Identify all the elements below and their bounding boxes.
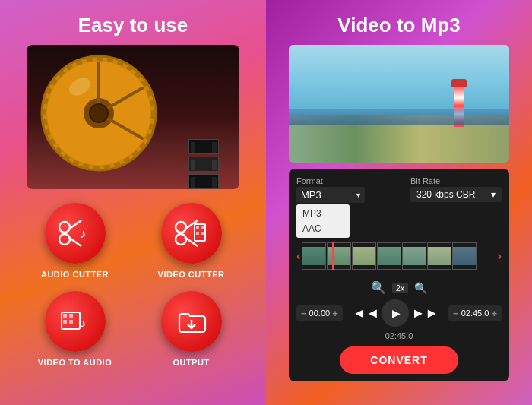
video-cutter-label: VIDEO CUTTER (158, 270, 225, 279)
end-time-plus-button[interactable]: + (491, 308, 497, 319)
start-time-control: − 00:00 + (296, 305, 343, 321)
format-chevron-icon: ▾ (356, 191, 360, 199)
timeline-frame-5 (402, 242, 426, 270)
timeline-row: ‹ 0:24 › (296, 242, 502, 270)
video-cutter-icon (175, 218, 208, 248)
svg-point-9 (59, 234, 70, 245)
output-icon (175, 306, 208, 337)
format-options-list: MP3 AAC (296, 204, 350, 238)
bitrate-value: 320 kbps CBR (416, 189, 475, 200)
bitrate-select[interactable]: 320 kbps CBR ▾ (410, 187, 502, 202)
timeline-right-arrow-icon[interactable]: › (498, 249, 502, 263)
svg-rect-3 (97, 62, 100, 104)
output-button[interactable]: OUTPUT (139, 291, 243, 367)
film-reel-svg (38, 52, 160, 174)
timeline-left-arrow-icon[interactable]: ‹ (296, 249, 300, 263)
format-section: Format MP3 ▾ MP3 AAC (296, 176, 365, 238)
film-reel-illustration (27, 45, 239, 189)
zoom-value: 2x (392, 283, 409, 293)
total-time: 02:45.0 (296, 331, 502, 340)
converter-panel: Format MP3 ▾ MP3 AAC Bit Rate 320 kbps (289, 169, 509, 381)
format-value: MP3 (301, 189, 321, 201)
svg-rect-26 (63, 320, 67, 324)
timeline-frame-6 (427, 242, 451, 270)
convert-button[interactable]: CONVERT (340, 346, 458, 374)
format-option-mp3[interactable]: MP3 (296, 206, 350, 221)
timeline-frame-3 (352, 242, 376, 270)
right-title: Video to Mp3 (337, 14, 460, 37)
audio-cutter-icon-circle: ♪ (45, 203, 106, 264)
end-time-minus-button[interactable]: − (453, 308, 459, 319)
svg-rect-22 (201, 232, 204, 235)
svg-rect-24 (63, 314, 67, 318)
bitrate-chevron-icon: ▾ (491, 189, 496, 200)
timeline-frame-2 (327, 242, 351, 270)
bitrate-section: Bit Rate 320 kbps CBR ▾ (410, 176, 502, 202)
zoom-out-icon[interactable]: 🔍 (414, 282, 427, 294)
video-cutter-button[interactable]: VIDEO CUTTER (139, 203, 243, 279)
start-time-value: 00:00 (309, 308, 331, 318)
left-panel: Easy to use (0, 0, 266, 405)
svg-point-10 (59, 222, 70, 233)
audio-cutter-button[interactable]: ♪ AUDIO CUTTER (23, 203, 127, 279)
svg-text:♪: ♪ (80, 317, 86, 330)
video-to-audio-icon: ♪ (59, 306, 92, 337)
start-time-plus-button[interactable]: + (332, 308, 338, 319)
timeline-frame-4 (377, 242, 401, 270)
playback-row: − 00:00 + ◄◄ ▶ ►► − 02:45.0 + (296, 299, 502, 327)
svg-rect-21 (196, 232, 199, 235)
svg-rect-27 (69, 320, 73, 324)
timeline-frames: 0:24 (302, 242, 496, 270)
format-option-aac[interactable]: AAC (296, 221, 350, 236)
svg-rect-19 (196, 226, 199, 229)
format-label: Format (296, 176, 365, 185)
format-select[interactable]: MP3 ▾ (296, 187, 365, 203)
video-sky (289, 45, 509, 115)
playback-arrows: ◄◄ ▶ ►► (353, 299, 439, 327)
zoom-row: 🔍 2x 🔍 (296, 280, 502, 295)
timeline-frame-1 (302, 242, 326, 270)
output-label: OUTPUT (173, 358, 209, 367)
audio-cutter-label: AUDIO CUTTER (41, 270, 109, 279)
svg-rect-25 (69, 314, 73, 318)
svg-point-7 (90, 104, 108, 122)
right-panel: Video to Mp3 Format MP3 ▾ MP3 (266, 0, 532, 405)
video-to-audio-label: VIDEO TO AUDIO (38, 358, 112, 367)
end-time-control: − 02:45.0 + (448, 305, 502, 321)
svg-rect-20 (201, 226, 204, 229)
video-thumbnail (289, 45, 509, 163)
zoom-in-icon[interactable]: 🔍 (371, 280, 386, 295)
svg-point-14 (176, 234, 186, 245)
output-icon-circle (161, 291, 222, 352)
skip-forward-icon[interactable]: ►► (411, 305, 439, 321)
skip-back-icon[interactable]: ◄◄ (353, 305, 380, 321)
end-time-value: 02:45.0 (461, 308, 489, 318)
left-title: Easy to use (78, 14, 188, 37)
video-to-audio-icon-circle: ♪ (45, 291, 106, 352)
play-button[interactable]: ▶ (382, 299, 409, 327)
play-icon: ▶ (392, 307, 401, 319)
app-buttons-grid: ♪ AUDIO CUTTER (0, 203, 266, 367)
start-time-minus-button[interactable]: − (301, 308, 307, 319)
timeline-marker[interactable]: 0:24 (332, 242, 334, 270)
video-cutter-icon-circle (161, 203, 222, 264)
audio-cutter-icon: ♪ (59, 218, 92, 248)
svg-text:♪: ♪ (80, 227, 86, 240)
video-to-audio-button[interactable]: ♪ VIDEO TO AUDIO (23, 291, 127, 367)
format-bitrate-row: Format MP3 ▾ MP3 AAC Bit Rate 320 kbps (296, 176, 502, 238)
svg-point-15 (176, 222, 186, 233)
bitrate-label: Bit Rate (410, 176, 502, 185)
timeline-frame-7 (452, 242, 477, 270)
